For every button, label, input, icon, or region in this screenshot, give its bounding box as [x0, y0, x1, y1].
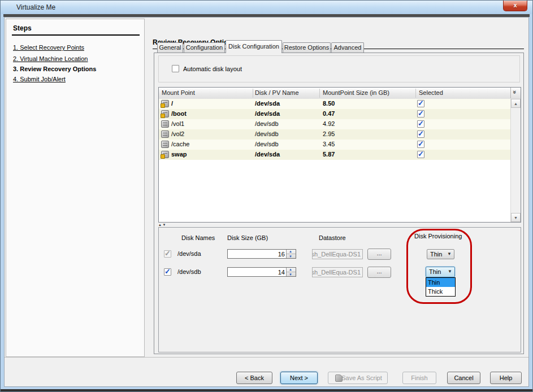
header-separator: [253, 89, 253, 98]
steps-underline: [12, 34, 140, 36]
spinner-arrows-icon[interactable]: [286, 250, 296, 258]
row-selected-checkbox[interactable]: ✓: [417, 110, 424, 117]
table-row[interactable]: /vol2 /dev/sdb 2.95 ✓: [159, 129, 511, 140]
chevron-down-icon: ▼: [447, 251, 452, 256]
datastore-value: sh_DellEqua-DS1: [312, 251, 361, 258]
size-cell: 4.92: [323, 120, 335, 127]
disk-icon: [161, 110, 169, 117]
tab-configuration[interactable]: Configuration: [184, 42, 225, 53]
script-icon: [335, 374, 343, 382]
tab-restore-options[interactable]: Restore Options: [283, 42, 331, 53]
combo-value: Thin: [429, 268, 441, 275]
row-selected-checkbox[interactable]: ✓: [417, 151, 424, 158]
scroll-up-icon[interactable]: ▲: [511, 99, 521, 108]
table-row[interactable]: /vol1 /dev/sdb 4.92 ✓: [159, 119, 511, 129]
disk-configuration-tab-page: Automatic disk layout Mount Point Disk /…: [154, 53, 524, 354]
disk-icon: [161, 100, 169, 107]
disk-provisioning-header: Disk Provisioning: [414, 233, 462, 239]
disk-size-header: Disk Size (GB): [227, 234, 268, 241]
chevron-down-icon: ▼: [448, 269, 452, 274]
table-row[interactable]: /boot /dev/sda 0.47 ✓: [159, 109, 511, 119]
tab-advanced[interactable]: Advanced: [331, 42, 364, 53]
back-button[interactable]: < Back: [236, 372, 272, 384]
mount-point-cell: /vol2: [171, 130, 184, 137]
steps-sidebar: Steps 1. Select Recovery Points 2. Virtu…: [6, 19, 145, 357]
scroll-down-icon[interactable]: ▼: [511, 213, 521, 222]
table-row[interactable]: / /dev/sda 8.50 ✓: [159, 99, 511, 109]
browse-datastore-button-sda[interactable]: ...: [367, 249, 391, 260]
browse-datastore-button-sdb[interactable]: ...: [367, 267, 391, 278]
virtualize-me-window: Virtualize Me x Steps 1. Select Recovery…: [0, 0, 533, 392]
mount-point-cell: swap: [171, 151, 187, 158]
disk-name-sdb: /dev/sdb: [177, 268, 201, 275]
col-mountpoint-size[interactable]: MountPoint Size (in GB): [323, 89, 389, 96]
disk-name-cell: /dev/sda: [255, 100, 280, 107]
mount-point-cell: /: [171, 100, 173, 107]
provisioning-combo-sdb[interactable]: Thin ▼: [426, 267, 455, 277]
provisioning-combo-sda[interactable]: Thin ▼: [427, 249, 454, 259]
automatic-disk-layout-label: Automatic disk layout: [183, 66, 242, 72]
next-button[interactable]: Next >: [280, 372, 318, 384]
table-row[interactable]: swap /dev/sda 5.87 ✓: [159, 150, 511, 160]
row-selected-checkbox[interactable]: ✓: [417, 141, 424, 148]
dropdown-option-thin[interactable]: Thin: [426, 278, 455, 287]
size-cell: 0.47: [323, 110, 335, 117]
table-row[interactable]: /cache /dev/sdb 3.45 ✓: [159, 140, 511, 150]
cancel-button[interactable]: Cancel: [447, 372, 480, 384]
col-mount-point[interactable]: Mount Point: [162, 89, 195, 96]
disk-icon: [161, 141, 169, 148]
disk-icon: [161, 120, 169, 128]
disk-names-header: Disk Names: [181, 234, 215, 241]
mount-point-cell: /cache: [171, 141, 189, 147]
row-selected-checkbox[interactable]: ✓: [417, 100, 424, 107]
close-button[interactable]: x: [503, 1, 527, 11]
footer-separator: [5, 357, 528, 358]
disk-name-cell: /dev/sda: [255, 110, 280, 117]
dialog-client-area: Steps 1. Select Recovery Points 2. Virtu…: [4, 17, 529, 387]
spinner-arrows-icon[interactable]: [286, 268, 296, 276]
col-selected[interactable]: Selected: [419, 89, 443, 96]
header-separator: [415, 89, 416, 98]
save-as-script-label: Save As Script: [341, 374, 382, 381]
step-select-recovery-points[interactable]: 1. Select Recovery Points: [13, 44, 84, 51]
automatic-layout-panel: Automatic disk layout: [158, 55, 520, 82]
col-disk-pv-name[interactable]: Disk / PV Name: [255, 89, 299, 96]
window-bottom-edge: [1, 389, 532, 391]
size-cell: 2.95: [323, 130, 335, 137]
table-vertical-scrollbar[interactable]: ▲ ▼: [510, 99, 521, 222]
disk-size-value: 14: [278, 269, 285, 276]
disk-icon: [161, 130, 169, 138]
splitter-handle[interactable]: ▲ ▼: [158, 223, 521, 227]
disk-row-checkbox-sdb[interactable]: ✓: [164, 268, 171, 276]
disk-size-value: 16: [278, 251, 285, 258]
dropdown-option-thick[interactable]: Thick: [426, 287, 455, 296]
disk-name-cell: /dev/sdb: [255, 141, 279, 147]
disk-name-cell: /dev/sdb: [255, 130, 279, 137]
header-separator: [319, 89, 320, 98]
step-review-recovery-options: 3. Review Recovery Options: [13, 66, 96, 72]
mount-point-cell: /boot: [171, 110, 187, 117]
datastore-field-sdb: sh_DellEqua-DS1: [312, 267, 363, 277]
window-title: Virtualize Me: [16, 3, 55, 11]
disk-name-cell: /dev/sdb: [255, 120, 279, 127]
datastore-value: sh_DellEqua-DS1: [312, 269, 361, 276]
title-bar[interactable]: Virtualize Me x: [1, 1, 532, 14]
row-selected-checkbox[interactable]: ✓: [417, 120, 424, 128]
double-chevron-icon: »: [512, 90, 518, 94]
mount-point-cell: /vol1: [171, 120, 184, 127]
tab-disk-configuration[interactable]: Disk Configuration: [226, 40, 282, 53]
tab-general[interactable]: General: [157, 42, 183, 53]
disk-size-spinner-sdb[interactable]: 14: [227, 267, 296, 277]
steps-title: Steps: [13, 24, 32, 32]
step-submit-job-alert[interactable]: 4. Submit Job/Alert: [13, 76, 66, 82]
disk-icon: [161, 151, 169, 158]
step-virtual-machine-location[interactable]: 2. Virtual Machine Location: [13, 55, 88, 62]
mount-point-table: Mount Point Disk / PV Name MountPoint Si…: [158, 87, 521, 223]
disk-name-cell: /dev/sda: [255, 151, 280, 158]
column-options-button[interactable]: »: [510, 88, 521, 98]
row-selected-checkbox[interactable]: ✓: [417, 130, 424, 138]
disk-size-spinner-sda[interactable]: 16: [227, 249, 296, 259]
automatic-disk-layout-checkbox[interactable]: [172, 65, 179, 72]
provisioning-dropdown-list: Thin Thick: [426, 277, 456, 297]
help-button[interactable]: Help: [490, 372, 522, 384]
